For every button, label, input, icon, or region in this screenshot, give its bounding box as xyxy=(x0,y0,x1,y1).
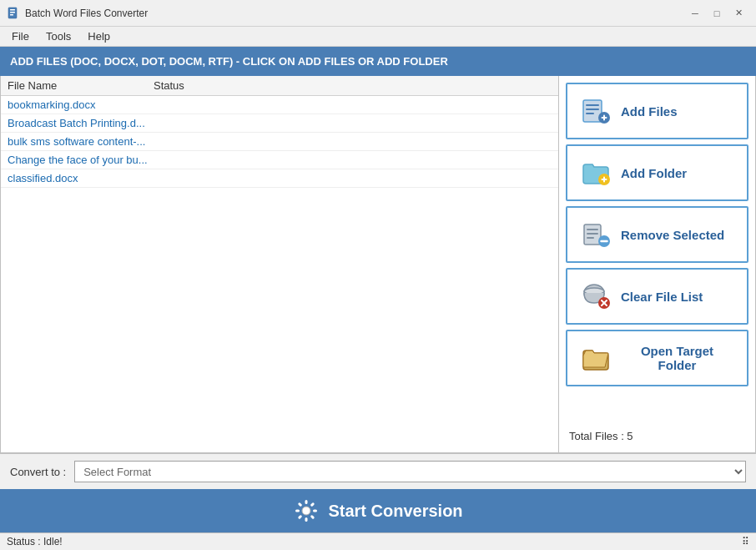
svg-rect-29 xyxy=(313,510,317,512)
table-row[interactable]: Change the face of your bu... xyxy=(1,151,558,169)
svg-rect-2 xyxy=(10,12,15,13)
svg-rect-30 xyxy=(310,515,315,520)
close-button[interactable]: ✕ xyxy=(728,5,749,22)
svg-rect-15 xyxy=(587,229,598,230)
svg-rect-6 xyxy=(586,108,599,110)
table-row[interactable]: Broadcast Batch Printing.d... xyxy=(1,114,558,133)
file-list-header: File Name Status xyxy=(1,76,558,96)
svg-rect-10 xyxy=(603,115,605,121)
file-name: bulk sms software content-... xyxy=(8,135,154,148)
status-text: Status : Idle! xyxy=(7,536,63,547)
convert-to-label: Convert to : xyxy=(10,466,66,478)
minimize-button[interactable]: ─ xyxy=(684,5,706,22)
menu-bar: File Tools Help xyxy=(0,27,756,47)
remove-selected-button[interactable]: Remove Selected xyxy=(566,206,748,263)
main-content: File Name Status bookmarking.docx Broadc… xyxy=(0,76,756,453)
file-name: Change the face of your bu... xyxy=(8,154,154,166)
app-icon xyxy=(7,7,20,20)
status-bar: Status : Idle! ⠿ xyxy=(0,532,756,550)
start-conversion-button[interactable]: Start Conversion xyxy=(0,489,756,532)
file-status xyxy=(154,172,262,184)
clear-file-list-icon xyxy=(581,281,611,311)
add-files-label: Add Files xyxy=(621,104,678,119)
file-name: classified.docx xyxy=(8,172,154,184)
file-list-area: File Name Status bookmarking.docx Broadc… xyxy=(1,76,559,452)
total-files: Total Files : 5 xyxy=(566,423,748,446)
svg-rect-33 xyxy=(295,510,300,512)
svg-rect-1 xyxy=(10,9,15,11)
clear-file-list-button[interactable]: Clear File List xyxy=(566,268,748,325)
add-folder-button[interactable]: Add Folder xyxy=(566,144,748,201)
menu-tools[interactable]: Tools xyxy=(38,28,79,44)
svg-rect-7 xyxy=(586,113,594,114)
convert-to-bar: Convert to : Select Format xyxy=(0,454,756,489)
title-bar: Batch Word Files Converter ─ □ ✕ xyxy=(0,0,756,27)
add-folder-icon xyxy=(581,158,611,188)
window-title: Batch Word Files Converter xyxy=(25,8,684,19)
maximize-button[interactable]: □ xyxy=(706,5,728,22)
open-target-folder-label: Open Target Folder xyxy=(621,344,733,372)
file-status xyxy=(154,98,262,111)
table-row[interactable]: bookmarking.docx xyxy=(1,96,558,114)
svg-rect-16 xyxy=(587,233,598,235)
file-list[interactable]: bookmarking.docx Broadcast Batch Printin… xyxy=(1,96,558,452)
menu-help[interactable]: Help xyxy=(79,28,118,44)
file-status xyxy=(154,135,262,148)
svg-rect-17 xyxy=(587,237,594,239)
add-files-icon xyxy=(581,96,611,126)
format-select[interactable]: Select Format xyxy=(74,461,746,482)
open-target-folder-icon xyxy=(581,343,611,373)
header-banner: ADD FILES (DOC, DOCX, DOT, DOCM, RTF) - … xyxy=(0,47,756,76)
remove-selected-label: Remove Selected xyxy=(621,228,724,242)
file-name: Broadcast Batch Printing.d... xyxy=(8,117,154,129)
svg-rect-13 xyxy=(603,177,605,183)
column-status: Status xyxy=(154,79,262,92)
file-name: bookmarking.docx xyxy=(8,98,154,111)
svg-rect-34 xyxy=(298,502,303,507)
menu-file[interactable]: File xyxy=(3,28,38,44)
add-files-button[interactable]: Add Files xyxy=(566,83,748,139)
svg-rect-31 xyxy=(305,517,308,522)
status-indicator: ⠿ xyxy=(742,536,749,547)
svg-rect-32 xyxy=(298,515,303,520)
gear-icon xyxy=(293,497,320,524)
bottom-section: Convert to : Select Format xyxy=(0,453,756,532)
table-row[interactable]: classified.docx xyxy=(1,169,558,188)
add-folder-label: Add Folder xyxy=(621,166,687,180)
remove-selected-icon xyxy=(581,219,611,250)
file-status xyxy=(154,117,262,129)
open-target-folder-button[interactable]: Open Target Folder xyxy=(566,330,748,386)
svg-rect-3 xyxy=(10,14,13,16)
clear-file-list-label: Clear File List xyxy=(621,290,703,304)
start-conversion-label: Start Conversion xyxy=(328,502,462,521)
svg-rect-27 xyxy=(305,500,308,504)
table-row[interactable]: bulk sms software content-... xyxy=(1,133,558,151)
svg-rect-5 xyxy=(586,104,599,106)
column-filename: File Name xyxy=(8,79,154,92)
sidebar: Add Files Add Folder xyxy=(559,76,755,452)
svg-rect-28 xyxy=(310,502,315,507)
file-status xyxy=(154,154,262,166)
